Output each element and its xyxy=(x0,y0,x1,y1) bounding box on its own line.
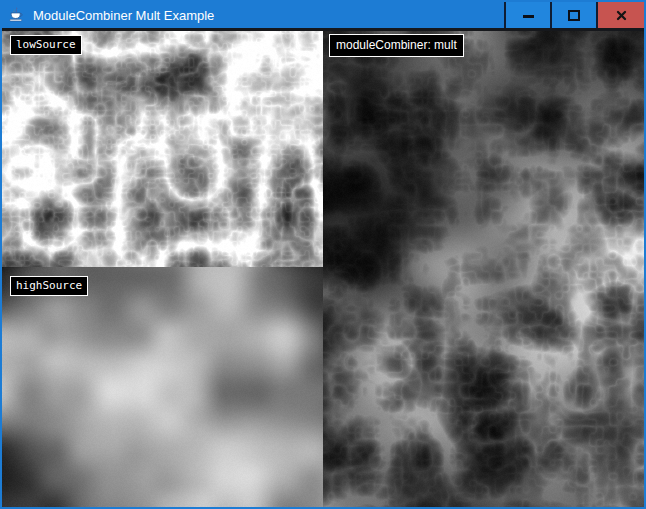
panel-highsource: highSource xyxy=(2,267,323,507)
window-title: ModuleCombiner Mult Example xyxy=(33,8,214,23)
highsource-noise-canvas xyxy=(2,267,323,507)
modulecombiner-label: moduleCombiner: mult xyxy=(329,34,464,57)
highsource-label: highSource xyxy=(10,276,88,296)
lowsource-label: lowSource xyxy=(10,35,82,55)
maximize-button[interactable] xyxy=(550,2,596,28)
modulecombiner-noise-canvas xyxy=(323,31,644,507)
lowsource-noise-canvas xyxy=(2,31,323,267)
maximize-icon xyxy=(568,10,580,21)
content-area: lowSource highSource moduleCombiner: mul… xyxy=(2,31,644,507)
minimize-button[interactable] xyxy=(504,2,550,28)
close-button[interactable] xyxy=(596,2,644,28)
titlebar[interactable]: ModuleCombiner Mult Example xyxy=(2,2,644,28)
minimize-icon xyxy=(523,15,534,18)
panel-modulecombiner: moduleCombiner: mult xyxy=(323,31,644,507)
window-controls xyxy=(504,2,644,28)
left-column: lowSource highSource xyxy=(2,31,323,507)
java-coffee-cup-icon[interactable] xyxy=(8,7,24,23)
app-window: ModuleCombiner Mult Example lowSource xyxy=(0,0,646,509)
panel-lowsource: lowSource xyxy=(2,31,323,267)
close-icon xyxy=(616,10,627,21)
